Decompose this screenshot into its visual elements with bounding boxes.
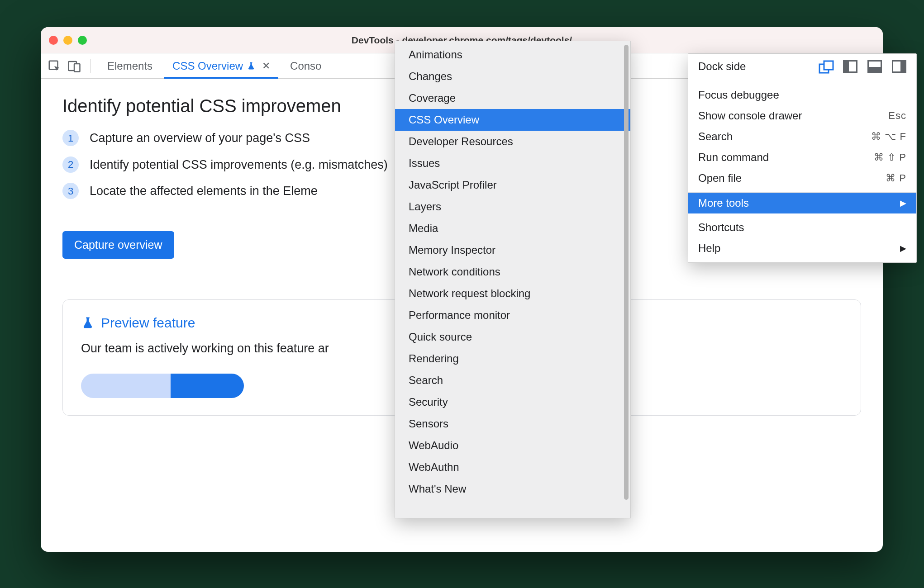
dock-undock-icon[interactable] — [819, 60, 833, 73]
dock-bottom-icon[interactable] — [867, 60, 882, 73]
menu-label: Search — [698, 130, 733, 143]
submenu-item[interactable]: Developer Resources — [395, 131, 630, 152]
step-number: 3 — [62, 183, 79, 199]
submenu-item[interactable]: Network request blocking — [395, 283, 630, 304]
menu-item[interactable]: Focus debuggee — [688, 85, 916, 105]
submenu-item[interactable]: WebAudio — [395, 435, 630, 456]
traffic-lights — [49, 36, 87, 45]
chevron-right-icon: ▶ — [900, 198, 906, 208]
minimize-window-button[interactable] — [63, 36, 72, 45]
dock-left-icon[interactable] — [843, 60, 857, 73]
menu-label: Help — [698, 242, 720, 255]
flask-icon — [247, 62, 256, 71]
submenu-item[interactable]: Media — [395, 218, 630, 239]
submenu-item[interactable]: Quick source — [395, 326, 630, 348]
submenu-item[interactable]: Animations — [395, 44, 630, 66]
settings-menu: Dock side Focus debuggeeShow console dra… — [688, 53, 917, 263]
submenu-item[interactable]: Network conditions — [395, 261, 630, 283]
step-number: 1 — [62, 130, 79, 146]
submenu-item[interactable]: Changes — [395, 66, 630, 87]
flask-icon — [81, 316, 95, 330]
zoom-window-button[interactable] — [78, 36, 87, 45]
submenu-item[interactable]: Search — [395, 370, 630, 391]
menu-label: Run command — [698, 151, 769, 164]
menu-item[interactable]: Shortcuts — [688, 217, 916, 238]
menu-label: Focus debuggee — [698, 89, 779, 101]
menu-shortcut: Esc — [888, 110, 906, 122]
submenu-item[interactable]: WebAuthn — [395, 456, 630, 478]
menu-label: Open file — [698, 172, 742, 185]
submenu-scrollbar[interactable] — [624, 45, 629, 500]
inspect-icon[interactable] — [46, 58, 62, 74]
more-tools-submenu: AnimationsChangesCoverageCSS OverviewDev… — [395, 41, 631, 518]
capture-overview-button[interactable]: Capture overview — [62, 231, 174, 259]
submenu-item[interactable]: CSS Overview — [395, 109, 630, 131]
tab-console-truncated[interactable]: Conso — [282, 53, 329, 79]
submenu-item[interactable]: Rendering — [395, 348, 630, 370]
submenu-item[interactable]: Memory Inspector — [395, 239, 630, 261]
svg-rect-7 — [824, 61, 833, 70]
tab-elements[interactable]: Elements — [99, 53, 161, 79]
submenu-item[interactable]: Sensors — [395, 413, 630, 435]
submenu-item[interactable]: What's New — [395, 478, 630, 500]
submenu-item[interactable]: Issues — [395, 152, 630, 174]
tab-label: Elements — [107, 60, 152, 72]
step-number: 2 — [62, 156, 79, 173]
submenu-item[interactable]: Security — [395, 391, 630, 413]
tab-label: Conso — [290, 60, 321, 72]
submenu-item[interactable]: JavaScript Profiler — [395, 174, 630, 196]
chevron-right-icon: ▶ — [900, 243, 906, 253]
step-text: Identify potential CSS improvements (e.g… — [90, 156, 388, 174]
submenu-item[interactable]: Layers — [395, 196, 630, 218]
submenu-item[interactable]: Coverage — [395, 87, 630, 109]
menu-item[interactable]: Open file⌘ P — [688, 168, 916, 189]
menu-more-tools[interactable]: More tools ▶ — [688, 193, 916, 213]
dock-side-row: Dock side — [688, 54, 916, 81]
menu-shortcut: ⌘ P — [886, 172, 906, 184]
submenu-item[interactable]: Performance monitor — [395, 304, 630, 326]
dock-side-label: Dock side — [698, 60, 746, 73]
menu-label: Show console drawer — [698, 109, 802, 122]
menu-shortcut: ⌘ ⌥ F — [871, 131, 906, 142]
menu-shortcut: ⌘ ⇧ P — [874, 152, 906, 163]
close-icon[interactable]: ✕ — [262, 60, 270, 72]
preview-title: Preview feature — [101, 315, 195, 331]
toolbar-divider — [90, 59, 91, 73]
svg-rect-2 — [74, 64, 80, 72]
step-text: Capture an overview of your page's CSS — [90, 129, 310, 147]
menu-item[interactable]: Show console drawerEsc — [688, 105, 916, 126]
menu-item[interactable]: Search⌘ ⌥ F — [688, 126, 916, 147]
menu-item[interactable]: Help▶ — [688, 238, 916, 259]
device-toggle-icon[interactable] — [66, 58, 82, 74]
tab-css-overview[interactable]: CSS Overview ✕ — [164, 53, 278, 79]
tab-label: CSS Overview — [172, 60, 243, 72]
close-window-button[interactable] — [49, 36, 58, 45]
menu-item[interactable]: Run command⌘ ⇧ P — [688, 147, 916, 168]
menu-label: Shortcuts — [698, 221, 744, 234]
menu-label: More tools — [698, 197, 749, 209]
step-text: Locate the affected elements in the Elem… — [90, 182, 318, 200]
dock-right-icon[interactable] — [892, 60, 906, 73]
